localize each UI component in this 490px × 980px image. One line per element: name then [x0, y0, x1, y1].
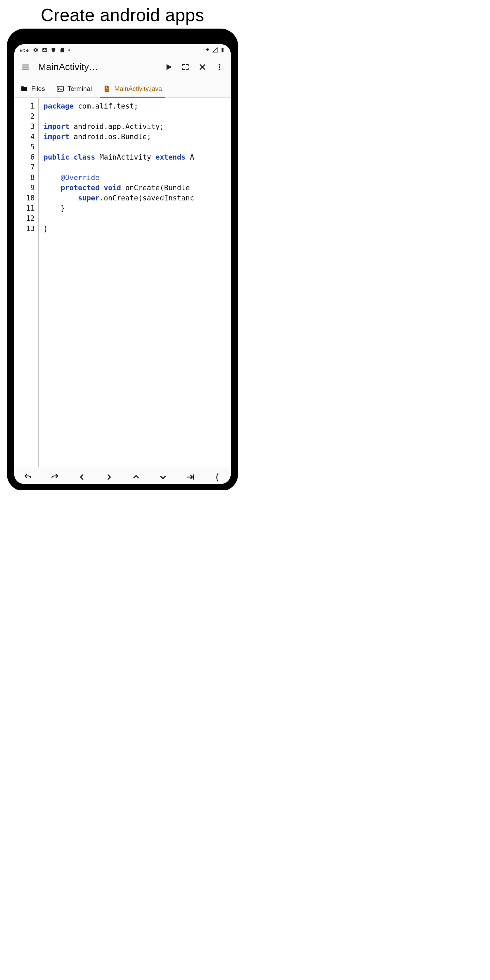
battery-icon	[220, 47, 225, 53]
page-headline: Create android apps	[0, 5, 245, 25]
svg-rect-1	[221, 48, 223, 52]
tab-terminal-label: Terminal	[67, 85, 92, 92]
line-number: 8	[14, 172, 35, 183]
svg-point-3	[219, 64, 220, 65]
terminal-icon	[56, 85, 64, 92]
status-time: 9:58	[20, 47, 30, 53]
code-line[interactable]: import android.app.Activity;	[43, 121, 231, 132]
tab-editor[interactable]: MainActivity.java	[102, 81, 163, 97]
line-number: 4	[14, 132, 35, 142]
shield-icon	[51, 47, 56, 53]
wifi-icon	[205, 47, 210, 53]
code-line[interactable]: public class MainActivity extends A	[43, 152, 231, 162]
fullscreen-icon	[181, 63, 189, 71]
line-number: 7	[14, 162, 35, 172]
svg-point-5	[219, 69, 220, 70]
line-number: 11	[14, 203, 35, 213]
code-line[interactable]: }	[43, 203, 231, 213]
paren-label: (	[215, 472, 220, 482]
run-button[interactable]	[161, 60, 176, 74]
close-icon	[198, 63, 207, 71]
line-number: 1	[14, 101, 35, 111]
undo-icon	[24, 473, 32, 482]
device-frame-inner: 9:58 MainActivity…	[11, 33, 234, 487]
svg-rect-6	[57, 86, 63, 92]
chevron-right-icon	[105, 473, 113, 482]
line-number-gutter: 12345678910111213	[14, 98, 39, 467]
line-number: 9	[14, 183, 35, 193]
chevron-down-icon	[159, 473, 167, 482]
screen: 9:58 MainActivity…	[14, 44, 231, 484]
redo-button[interactable]	[48, 470, 62, 484]
app-bar-title: MainActivity…	[38, 62, 98, 73]
line-number: 10	[14, 193, 35, 203]
svg-point-4	[219, 66, 220, 68]
editor-toolbar: (	[14, 467, 231, 484]
code-line[interactable]: super.onCreate(savedInstanc	[43, 193, 231, 203]
line-number: 12	[14, 213, 35, 224]
file-icon	[103, 85, 111, 92]
code-line[interactable]: protected void onCreate(Bundle	[43, 183, 231, 193]
code-editor[interactable]: 12345678910111213 package com.alif.test;…	[14, 98, 231, 467]
status-bar: 9:58	[14, 44, 231, 54]
cursor-left-button[interactable]	[75, 470, 89, 484]
tab-editor-label: MainActivity.java	[115, 85, 162, 92]
more-vertical-icon	[215, 63, 224, 71]
undo-button[interactable]	[21, 470, 35, 484]
code-line[interactable]: import android.os.Bundle;	[43, 132, 231, 142]
fullscreen-button[interactable]	[178, 60, 192, 74]
tab-terminal[interactable]: Terminal	[55, 81, 93, 97]
tab-icon	[186, 473, 195, 482]
cursor-up-button[interactable]	[129, 470, 143, 484]
close-button[interactable]	[195, 60, 210, 74]
device-frame: 9:58 MainActivity…	[7, 29, 238, 490]
code-line[interactable]: @Override	[43, 172, 231, 183]
cursor-down-button[interactable]	[156, 470, 170, 484]
code-content[interactable]: package com.alif.test;import android.app…	[39, 98, 231, 467]
line-number: 6	[14, 152, 35, 162]
code-line[interactable]: }	[43, 224, 231, 234]
sd-card-icon	[60, 47, 65, 53]
menu-icon	[21, 63, 30, 71]
code-line[interactable]	[43, 111, 231, 121]
play-icon	[164, 63, 172, 71]
code-line[interactable]	[43, 142, 231, 152]
overflow-button[interactable]	[212, 60, 227, 74]
tab-files[interactable]: Files	[19, 81, 46, 97]
signal-icon	[212, 47, 218, 53]
svg-rect-2	[222, 48, 223, 48]
code-line[interactable]	[43, 213, 231, 224]
tab-key-button[interactable]	[183, 470, 197, 484]
line-number: 13	[14, 224, 35, 234]
code-line[interactable]: package com.alif.test;	[43, 101, 231, 111]
folder-icon	[21, 85, 28, 92]
line-number: 3	[14, 121, 35, 132]
line-number: 2	[14, 111, 35, 121]
redo-icon	[50, 473, 59, 482]
menu-button[interactable]	[18, 60, 33, 74]
mail-icon	[42, 47, 47, 53]
cursor-right-button[interactable]	[102, 470, 116, 484]
gear-icon	[33, 47, 38, 53]
chevron-left-icon	[78, 473, 86, 482]
paren-button[interactable]: (	[210, 470, 224, 484]
chevron-up-icon	[132, 473, 140, 482]
tab-files-label: Files	[31, 85, 45, 92]
app-bar: MainActivity…	[14, 54, 231, 79]
line-number: 5	[14, 142, 35, 152]
tab-bar: Files Terminal MainActivity.java	[14, 79, 231, 98]
status-dot	[68, 49, 70, 51]
code-line[interactable]	[43, 162, 231, 172]
